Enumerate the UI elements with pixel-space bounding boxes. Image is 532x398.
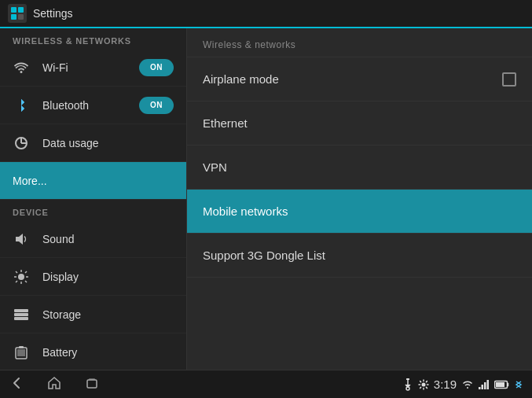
- usb-icon: [402, 378, 413, 391]
- sound-label: Sound: [42, 233, 174, 245]
- svg-rect-1: [18, 7, 24, 13]
- storage-icon: [13, 306, 30, 323]
- recents-button[interactable]: [85, 376, 99, 392]
- sidebar-item-sound[interactable]: Sound: [0, 220, 186, 258]
- sidebar-item-battery[interactable]: Battery: [0, 334, 186, 370]
- display-label: Display: [42, 271, 174, 283]
- battery-status-icon: [494, 380, 510, 389]
- svg-line-13: [25, 271, 27, 273]
- sound-icon: [13, 230, 30, 248]
- right-item-support-3g[interactable]: Support 3G Dongle List: [187, 234, 532, 278]
- bluetooth-status-icon: [515, 379, 523, 390]
- sidebar-item-wifi[interactable]: Wi-Fi ON: [0, 49, 186, 87]
- svg-rect-29: [87, 380, 97, 388]
- wifi-icon: [13, 59, 30, 76]
- settings-status-icon: [418, 379, 429, 390]
- right-panel-header: Wireless & networks: [187, 28, 532, 57]
- status-bar: 3:19: [0, 370, 532, 398]
- sidebar-item-display[interactable]: Display: [0, 258, 186, 296]
- mobile-networks-label: Mobile networks: [203, 205, 516, 218]
- status-time: 3:19: [434, 378, 457, 391]
- battery-icon: [13, 344, 30, 361]
- svg-rect-16: [14, 313, 28, 316]
- nav-buttons: [9, 376, 99, 392]
- svg-point-36: [421, 382, 425, 386]
- svg-rect-0: [11, 7, 17, 13]
- sidebar-item-bluetooth[interactable]: Bluetooth ON: [0, 87, 186, 124]
- svg-line-11: [16, 271, 17, 273]
- airplane-mode-checkbox[interactable]: [502, 72, 516, 87]
- svg-rect-38: [482, 385, 484, 389]
- svg-rect-2: [11, 14, 17, 20]
- svg-rect-31: [406, 378, 409, 380]
- right-panel: Wireless & networks Airplane mode Ethern…: [187, 28, 532, 370]
- svg-rect-3: [18, 14, 24, 20]
- right-item-mobile-networks[interactable]: Mobile networks: [187, 190, 532, 234]
- svg-line-12: [25, 281, 27, 282]
- bluetooth-label: Bluetooth: [42, 99, 127, 112]
- ethernet-label: Ethernet: [203, 116, 516, 130]
- title-bar-text: Settings: [33, 7, 73, 20]
- svg-rect-37: [479, 387, 481, 389]
- data-usage-icon: [13, 135, 30, 152]
- svg-line-14: [16, 281, 17, 282]
- svg-rect-30: [89, 378, 95, 380]
- bluetooth-toggle[interactable]: ON: [139, 97, 174, 114]
- data-usage-label: Data usage: [42, 137, 174, 149]
- svg-rect-40: [487, 380, 490, 389]
- app-icon: [8, 4, 27, 23]
- right-item-airplane-mode[interactable]: Airplane mode: [187, 57, 532, 101]
- status-icons: 3:19: [402, 378, 523, 391]
- sidebar: WIRELESS & NETWORKS Wi-Fi ON Bluetooth: [0, 28, 187, 370]
- right-item-ethernet[interactable]: Ethernet: [187, 101, 532, 146]
- section-label-wireless: WIRELESS & NETWORKS: [0, 28, 186, 49]
- sidebar-item-more[interactable]: More...: [0, 162, 186, 200]
- main-content: WIRELESS & NETWORKS Wi-Fi ON Bluetooth: [0, 28, 532, 370]
- bluetooth-icon: [13, 97, 30, 114]
- signal-icon: [479, 380, 490, 389]
- wifi-toggle[interactable]: ON: [139, 59, 174, 76]
- svg-rect-42: [496, 382, 504, 387]
- section-label-device: DEVICE: [0, 200, 186, 220]
- wifi-toggle-indicator: ON: [139, 59, 174, 76]
- battery-label: Battery: [42, 346, 174, 359]
- svg-point-35: [406, 387, 409, 390]
- svg-point-6: [18, 274, 24, 280]
- title-bar: Settings: [0, 0, 532, 28]
- airplane-mode-label: Airplane mode: [203, 72, 493, 86]
- bluetooth-toggle-indicator: ON: [139, 97, 174, 114]
- storage-label: Storage: [42, 308, 174, 321]
- support-3g-label: Support 3G Dongle List: [203, 249, 516, 262]
- svg-rect-19: [19, 346, 24, 348]
- svg-marker-5: [16, 234, 23, 245]
- svg-rect-20: [17, 349, 25, 356]
- svg-rect-17: [14, 317, 28, 320]
- back-button[interactable]: [9, 376, 24, 392]
- sidebar-item-storage[interactable]: Storage: [0, 296, 186, 334]
- more-label: More...: [13, 175, 174, 187]
- display-icon: [13, 268, 30, 286]
- svg-rect-39: [484, 382, 486, 389]
- right-item-vpn[interactable]: VPN: [187, 146, 532, 190]
- home-button[interactable]: [47, 376, 61, 392]
- svg-rect-15: [14, 309, 28, 312]
- sidebar-item-data-usage[interactable]: Data usage: [0, 124, 186, 162]
- vpn-label: VPN: [203, 160, 516, 174]
- wifi-label: Wi-Fi: [42, 61, 127, 74]
- wifi-status-icon: [461, 380, 474, 389]
